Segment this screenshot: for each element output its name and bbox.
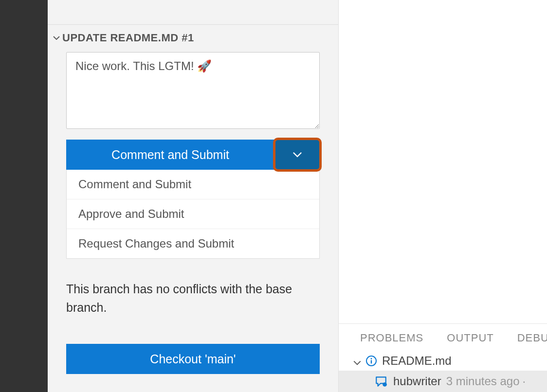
review-comment-input[interactable] <box>66 52 320 129</box>
bottom-panel: PROBLEMS OUTPUT DEBUG README.md <box>339 323 547 392</box>
option-request-changes-submit[interactable]: Request Changes and Submit <box>67 229 319 258</box>
submit-dropdown-toggle[interactable] <box>275 140 320 170</box>
comments-file-row[interactable]: README.md <box>339 351 547 371</box>
comment-entry[interactable]: hubwriter 3 minutes ago · <box>339 371 547 392</box>
option-comment-submit[interactable]: Comment and Submit <box>67 170 319 199</box>
editor-area: PROBLEMS OUTPUT DEBUG README.md <box>339 0 547 392</box>
comment-author: hubwriter <box>393 374 441 388</box>
pr-review-panel: UPDATE README.MD #1 Comment and Submit C… <box>48 0 339 392</box>
section-title: UPDATE README.MD #1 <box>62 32 194 44</box>
chevron-down-icon <box>291 148 304 162</box>
tab-debug[interactable]: DEBUG <box>517 332 547 344</box>
svg-point-1 <box>371 358 372 359</box>
comment-icon <box>375 375 387 388</box>
tab-output[interactable]: OUTPUT <box>447 332 493 344</box>
submit-split-button: Comment and Submit <box>66 140 320 170</box>
separator-dot: · <box>522 374 526 388</box>
button-label: Comment and Submit <box>111 148 229 162</box>
chevron-down-icon <box>353 356 362 365</box>
svg-rect-2 <box>371 360 372 364</box>
chevron-down-icon <box>53 34 60 42</box>
merge-status-text: This branch has no conflicts with the ba… <box>66 280 320 317</box>
editor-empty <box>339 0 547 323</box>
tab-problems[interactable]: PROBLEMS <box>360 332 423 344</box>
comment-time: 3 minutes ago <box>446 374 520 388</box>
info-icon <box>365 355 377 367</box>
checkout-main-button[interactable]: Checkout 'main' <box>66 344 320 374</box>
file-name: README.md <box>382 354 452 368</box>
submit-options-menu: Comment and Submit Approve and Submit Re… <box>66 170 320 259</box>
panel-body: Comment and Submit Comment and Submit Ap… <box>48 51 338 374</box>
section-header[interactable]: UPDATE README.MD #1 <box>48 25 338 51</box>
panel-tabs: PROBLEMS OUTPUT DEBUG <box>339 324 547 351</box>
activity-bar <box>0 0 48 392</box>
button-label: Checkout 'main' <box>150 352 236 366</box>
svg-point-3 <box>383 382 387 387</box>
option-approve-submit[interactable]: Approve and Submit <box>67 199 319 229</box>
comment-submit-button[interactable]: Comment and Submit <box>66 140 274 170</box>
